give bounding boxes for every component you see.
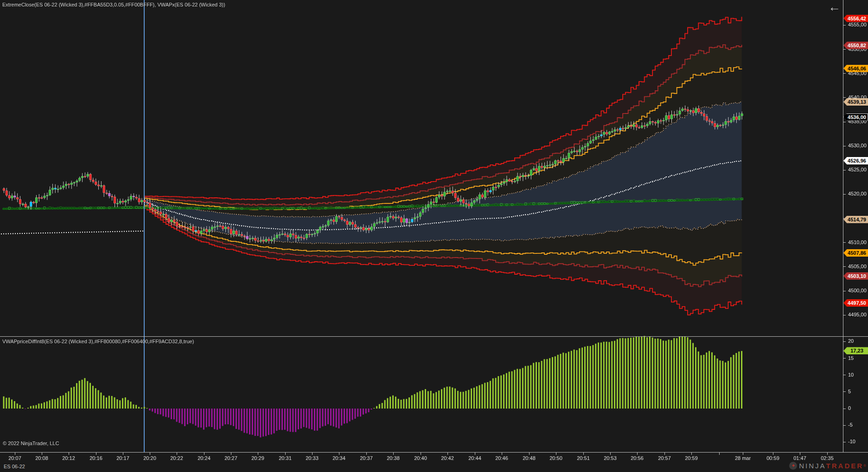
price-marker: 4514,79 (843, 216, 868, 223)
time-tick-label: 20:46 (495, 455, 508, 461)
price-tick-label: 4525,00 (848, 167, 867, 172)
time-tick-mark (827, 453, 828, 455)
main-panel-indicator-label: ExtremeClose(ES 06-22 (Wicked 3),#FFBA55… (2, 2, 225, 7)
price-marker: 4526,96 (843, 157, 868, 164)
time-tick-label: 20:44 (468, 455, 481, 461)
price-tick-mark (843, 97, 846, 98)
time-tick-label: 28 mar (735, 455, 751, 461)
indicator-value-marker: 17,23 (843, 347, 868, 354)
time-tick-label: 20:17 (116, 455, 129, 461)
time-tick-mark (69, 453, 69, 455)
time-tick-label: 20:34 (332, 455, 345, 461)
price-tick-label: 4510,00 (848, 239, 867, 245)
price-marker: 4497,50 (843, 299, 868, 307)
indicator-tick-label: -5 (848, 422, 853, 428)
instrument-tab[interactable]: ES 06-22 (4, 464, 25, 469)
price-tick-label: 4555,00 (848, 22, 867, 27)
time-tick-mark (393, 453, 394, 455)
price-marker: 4546,06 (843, 65, 868, 72)
price-tick-mark (843, 194, 846, 195)
panel-divider[interactable] (0, 336, 868, 337)
time-tick-label: 20:33 (306, 455, 319, 461)
indicator-tick-mark (843, 375, 846, 375)
time-tick-mark (447, 453, 448, 455)
time-tick-label: 20:27 (224, 455, 237, 461)
price-tick-label: 4520,00 (848, 191, 867, 196)
scroll-back-arrow-icon[interactable]: ← (828, 1, 841, 13)
indicator-tick-label: 15 (848, 355, 854, 361)
time-tick-label: 20:40 (414, 455, 427, 461)
time-axis-border (0, 452, 868, 453)
indicator-tick-label: -10 (848, 439, 855, 444)
price-tick-mark (843, 266, 846, 267)
indicator-tick-mark (843, 442, 846, 442)
time-tick-mark (42, 453, 42, 455)
price-tick-mark (843, 73, 846, 74)
time-tick-label: 20:29 (251, 455, 264, 461)
time-tick-mark (421, 453, 421, 455)
time-tick-mark (366, 453, 367, 455)
indicator-tick-mark (843, 409, 846, 409)
time-tick-label: 20:50 (549, 455, 562, 461)
indicator-tick-mark (843, 425, 846, 426)
time-tick-mark (123, 453, 123, 455)
price-marker: 4503,10 (843, 272, 868, 280)
ninjatrader-logo-icon: ✦ (789, 462, 797, 470)
indicator-tick-label: 20 (848, 338, 854, 344)
price-tick-mark (843, 170, 846, 170)
time-tick-mark (610, 453, 611, 455)
indicator-tick-label: 10 (848, 372, 854, 378)
time-tick-mark (15, 453, 15, 455)
price-tick-label: 4505,00 (848, 264, 867, 269)
time-tick-mark (231, 453, 231, 455)
indicator-panel-label: VWAPpriceDiffInt8(ES 06-22 (Wicked 3),#F… (2, 339, 194, 344)
time-tick-mark (664, 453, 665, 455)
time-tick-label: 20:59 (685, 455, 698, 461)
time-tick-mark (773, 453, 773, 455)
time-tick-mark (800, 453, 800, 455)
time-tick-label: 20:31 (279, 455, 292, 461)
price-tick-mark (843, 25, 846, 25)
time-tick-mark (258, 453, 258, 455)
time-tick-label: 20:07 (8, 455, 21, 461)
time-tick-mark (637, 453, 638, 455)
time-tick-label: 20:56 (631, 455, 644, 461)
logo-registered-mark: ® (863, 464, 866, 468)
time-tick-mark (475, 453, 475, 455)
time-tick-mark (339, 453, 339, 455)
price-axis-border (843, 0, 843, 452)
price-tick-mark (843, 242, 846, 243)
time-tick-mark (204, 453, 204, 455)
time-tick-mark (691, 453, 692, 455)
price-tick-mark (843, 49, 846, 50)
time-tick-label: 20:51 (577, 455, 590, 461)
price-marker: 4550,82 (843, 42, 868, 49)
chart-canvas[interactable] (0, 0, 843, 452)
time-tick-mark (96, 453, 96, 455)
time-tick-label: 20:16 (89, 455, 102, 461)
copyright-text: © 2022 NinjaTrader, LLC (3, 441, 59, 446)
time-tick-label: 20:57 (658, 455, 671, 461)
time-tick-label: 20:12 (62, 455, 75, 461)
time-tick-label: 02:35 (821, 455, 834, 461)
time-tick-label: 20:24 (198, 455, 211, 461)
time-tick-mark (502, 453, 502, 455)
price-tick-label: 4530,00 (848, 143, 867, 148)
time-tick-label: 20:38 (387, 455, 400, 461)
indicator-tick-label: 5 (848, 389, 851, 394)
price-tick-mark (843, 122, 846, 122)
time-tick-mark (150, 453, 150, 455)
indicator-tick-mark (843, 341, 846, 342)
ninjatrader-chart-window: ExtremeClose(ES 06-22 (Wicked 3),#FFBA55… (0, 0, 868, 472)
indicator-tick-label: 0 (848, 405, 851, 411)
time-tick-label: 00:59 (766, 455, 779, 461)
indicator-tick-mark (843, 391, 846, 392)
price-tick-mark (843, 291, 846, 291)
time-tick-mark (285, 453, 286, 455)
price-marker: 4556,42 (843, 15, 868, 22)
logo-text-trader: TRADER (826, 462, 864, 470)
indicator-tick-mark (843, 358, 846, 359)
time-tick-mark (556, 453, 556, 455)
time-tick-label: 01:47 (793, 455, 806, 461)
time-tick-label: 20:53 (604, 455, 617, 461)
